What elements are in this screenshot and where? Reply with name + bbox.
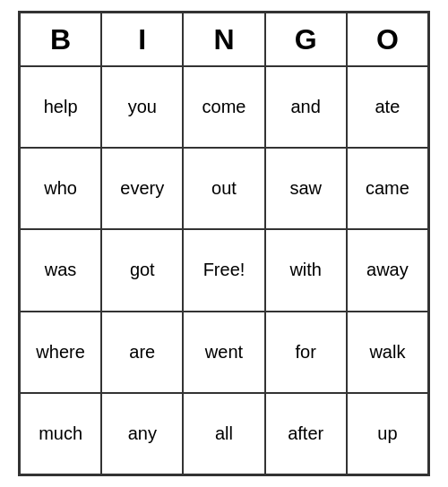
cell-r2c2[interactable]: every xyxy=(101,148,183,229)
cell-r5c1[interactable]: much xyxy=(20,393,101,474)
cell-r2c3[interactable]: out xyxy=(183,148,264,229)
cell-r1c2[interactable]: you xyxy=(101,66,183,148)
cell-r2c5[interactable]: came xyxy=(347,148,428,229)
cell-r5c2[interactable]: any xyxy=(101,393,183,474)
cell-r5c4[interactable]: after xyxy=(265,393,347,474)
cell-r4c1[interactable]: where xyxy=(20,312,101,393)
cell-r4c4[interactable]: for xyxy=(265,312,347,393)
cell-r1c5[interactable]: ate xyxy=(347,66,428,148)
header-g: G xyxy=(265,13,347,66)
cell-r5c3[interactable]: all xyxy=(183,393,264,474)
cell-r4c3[interactable]: went xyxy=(183,312,264,393)
cell-r4c2[interactable]: are xyxy=(101,312,183,393)
cell-r2c1[interactable]: who xyxy=(20,148,101,229)
cell-r4c5[interactable]: walk xyxy=(347,312,428,393)
header-o: O xyxy=(347,13,428,66)
header-i: I xyxy=(101,13,183,66)
cell-r2c4[interactable]: saw xyxy=(265,148,347,229)
header-n: N xyxy=(183,13,264,66)
cell-r3c5[interactable]: away xyxy=(347,229,428,311)
cell-r1c3[interactable]: come xyxy=(183,66,264,148)
cell-r3c3[interactable]: Free! xyxy=(183,229,264,311)
header-b: B xyxy=(20,13,101,66)
bingo-card: B I N G O help you come and ate who ever… xyxy=(18,11,430,476)
cell-r1c1[interactable]: help xyxy=(20,66,101,148)
cell-r1c4[interactable]: and xyxy=(265,66,347,148)
cell-r3c1[interactable]: was xyxy=(20,229,101,311)
cell-r5c5[interactable]: up xyxy=(347,393,428,474)
cell-r3c4[interactable]: with xyxy=(265,229,347,311)
cell-r3c2[interactable]: got xyxy=(101,229,183,311)
